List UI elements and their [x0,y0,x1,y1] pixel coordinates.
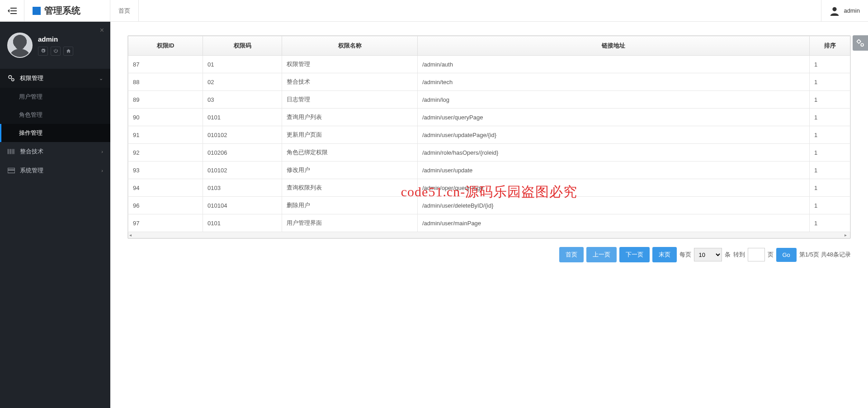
nav-tech[interactable]: 整合技术 › [0,142,110,161]
user-menu[interactable]: admin [821,0,868,22]
tab-home[interactable]: 首页 [110,0,139,22]
power-icon[interactable] [51,47,61,56]
table-row[interactable]: 8802整合技术/admin/tech1 [128,73,850,91]
goto-pre-label: 转到 [733,251,745,259]
th-name[interactable]: 权限名称 [282,36,418,56]
chevron-right-icon: › [101,168,103,173]
svg-point-14 [857,40,860,43]
cell-code: 010102 [203,126,282,144]
cell-url: /admin/user/deleteByID/{id} [418,197,810,214]
user-icon [830,6,840,16]
table-row[interactable]: 8903日志管理/admin/log1 [128,91,850,109]
nav-label: 整合技术 [20,147,43,156]
nav-system[interactable]: 系统管理 › [0,161,110,180]
page-prev-button[interactable]: 上一页 [586,247,617,262]
cell-sort: 1 [810,179,850,197]
table-row[interactable]: 91010102更新用户页面/admin/user/updatePage/{id… [128,126,850,144]
subnav-user-mgmt[interactable]: 用户管理 [0,88,110,106]
table-row[interactable]: 92010206角色已绑定权限/admin/role/hasOpers/{rol… [128,144,850,161]
svg-rect-8 [10,149,11,154]
table-header-row: 权限ID 权限码 权限名称 链接地址 排序 [128,36,850,56]
cell-url: /admin/log [418,91,810,109]
subnav-permission: 用户管理 角色管理 操作管理 [0,88,110,142]
page-last-button[interactable]: 末页 [652,247,677,262]
cell-id: 89 [128,91,203,109]
table-row[interactable]: 96010104删除用户/admin/user/deleteByID/{id}1 [128,197,850,214]
cell-code: 01 [203,56,282,73]
page-next-button[interactable]: 下一页 [619,247,650,262]
cell-code: 010104 [203,197,282,214]
top-tabs: 首页 [110,0,139,22]
scroll-right-icon[interactable]: ▸ [844,232,849,237]
cell-id: 87 [128,56,203,73]
cell-name: 更新用户页面 [282,126,418,144]
svg-rect-13 [8,170,15,171]
nav-permission[interactable]: 权限管理 ⌄ [0,69,110,88]
cell-name: 整合技术 [282,73,418,91]
page-size-select[interactable]: 10 [694,248,722,261]
gear-icon[interactable] [38,47,48,56]
home-icon[interactable] [63,47,73,56]
cell-name: 查询用户列表 [282,109,418,126]
cell-id: 90 [128,109,203,126]
cell-url: /admin/oper/queryPage [418,179,810,197]
svg-rect-6 [8,149,9,154]
brand: 管理系统 [24,0,110,22]
cell-code: 0101 [203,109,282,126]
cell-id: 93 [128,161,203,179]
main-content: 权限ID 权限码 权限名称 链接地址 排序 8701权限管理/admin/aut… [110,22,868,408]
table-row[interactable]: 940103查询权限列表/admin/oper/queryPage1 [128,179,850,197]
sidebar-close[interactable]: × [100,26,104,34]
username-label: admin [844,7,860,14]
goto-suf-label: 页 [768,251,774,259]
cell-url: /admin/tech [418,73,810,91]
th-code[interactable]: 权限码 [203,36,282,56]
cell-url: /admin/user/update [418,161,810,179]
svg-point-5 [12,79,14,81]
nav-label: 权限管理 [20,74,43,82]
page-first-button[interactable]: 首页 [559,247,584,262]
th-url[interactable]: 链接地址 [418,36,810,56]
table-row[interactable]: 970101用户管理界面/admin/user/mainPage1 [128,214,850,232]
scroll-left-icon[interactable]: ◂ [129,232,134,237]
svg-rect-7 [9,149,9,154]
svg-point-4 [9,76,12,79]
cell-name: 日志管理 [282,91,418,109]
cell-sort: 1 [810,161,850,179]
pagination: 首页 上一页 下一页 末页 每页 10 条 转到 页 Go 第1/5页 共48条… [127,247,851,262]
cell-sort: 1 [810,91,850,109]
sidebar-profile: admin [0,22,110,69]
table-row[interactable]: 900101查询用户列表/admin/user/queryPage1 [128,109,850,126]
horizontal-scrollbar[interactable]: ◂ ▸ [128,232,850,238]
cell-id: 96 [128,197,203,214]
gears-icon [7,75,15,82]
subnav-oper-mgmt[interactable]: 操作管理 [0,124,110,142]
cell-code: 010206 [203,144,282,161]
cell-id: 92 [128,144,203,161]
cell-sort: 1 [810,73,850,91]
goto-page-input[interactable] [748,248,765,261]
subnav-role-mgmt[interactable]: 角色管理 [0,106,110,124]
chevron-down-icon: ⌄ [99,76,103,81]
permission-table: 权限ID 权限码 权限名称 链接地址 排序 8701权限管理/admin/aut… [127,35,851,239]
cell-url: /admin/auth [418,56,810,73]
cell-id: 91 [128,126,203,144]
settings-float-button[interactable] [853,35,868,51]
cell-code: 010102 [203,161,282,179]
chevron-right-icon: › [101,149,103,154]
cell-code: 03 [203,91,282,109]
table-row[interactable]: 8701权限管理/admin/auth1 [128,56,850,73]
cell-sort: 1 [810,126,850,144]
svg-rect-1 [10,10,17,11]
go-button[interactable]: Go [776,248,797,262]
card-icon [7,168,15,173]
sidebar-toggle[interactable] [0,0,24,22]
cell-code: 0103 [203,179,282,197]
table-row[interactable]: 93010102修改用户/admin/user/update1 [128,161,850,179]
svg-rect-9 [12,149,12,154]
per-page-pre-label: 每页 [679,251,691,259]
cell-name: 修改用户 [282,161,418,179]
avatar [7,33,33,58]
th-id[interactable]: 权限ID [128,36,203,56]
th-sort[interactable]: 排序 [810,36,850,56]
